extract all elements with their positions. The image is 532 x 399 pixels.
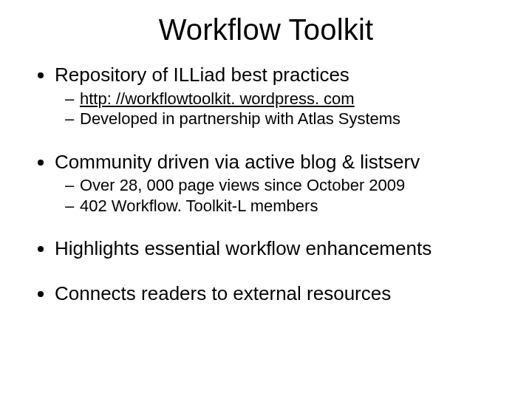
sub-bullet-item: 402 Workflow. Toolkit-L members (80, 196, 499, 216)
bullet-text: Connects readers to external resources (55, 282, 391, 304)
bullet-text: Community driven via active blog & lists… (55, 151, 420, 173)
sub-bullet-item: http: //workflowtoolkit. wordpress. com (80, 89, 499, 109)
bullet-text: Repository of ILLiad best practices (55, 64, 349, 86)
bullet-text: Highlights essential workflow enhancemen… (55, 237, 432, 259)
bullet-item: Highlights essential workflow enhancemen… (55, 236, 499, 261)
sub-bullet-list: Over 28, 000 page views since October 20… (55, 175, 499, 216)
slide: Workflow Toolkit Repository of ILLiad be… (0, 0, 532, 399)
slide-title: Workflow Toolkit (33, 13, 499, 47)
spacer (33, 216, 499, 236)
bullet-list: Connects readers to external resources (33, 282, 499, 306)
sub-bullet-item: Developed in partnership with Atlas Syst… (80, 109, 499, 129)
bullet-list: Highlights essential workflow enhancemen… (33, 236, 499, 261)
bullet-item: Connects readers to external resources (55, 282, 499, 306)
toolkit-link[interactable]: http: //workflowtoolkit. wordpress. com (80, 89, 355, 108)
bullet-item: Repository of ILLiad best practices http… (55, 63, 499, 129)
sub-bullet-item: Over 28, 000 page views since October 20… (80, 175, 499, 196)
bullet-list: Repository of ILLiad best practices http… (33, 63, 499, 129)
sub-bullet-list: http: //workflowtoolkit. wordpress. com … (55, 89, 499, 129)
spacer (33, 261, 499, 282)
spacer (33, 129, 499, 150)
bullet-item: Community driven via active blog & lists… (55, 150, 499, 216)
bullet-list: Community driven via active blog & lists… (33, 150, 499, 216)
